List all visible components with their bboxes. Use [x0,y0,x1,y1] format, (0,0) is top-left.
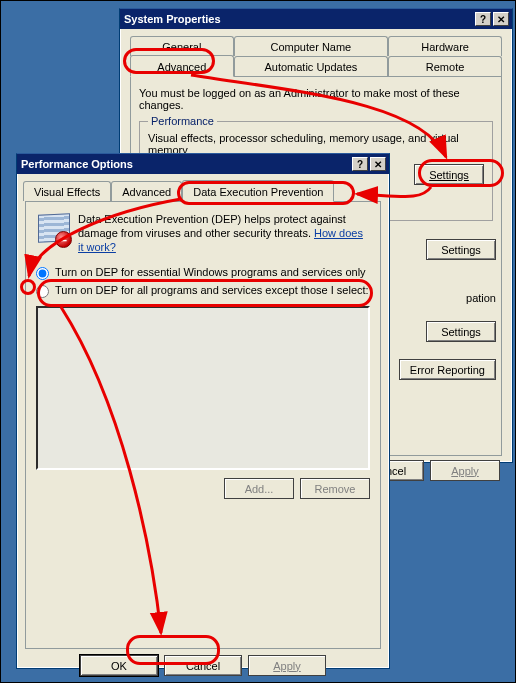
tab-hardware[interactable]: Hardware [388,36,502,56]
dep-chip-icon: – [36,212,72,248]
tab-visual-effects[interactable]: Visual Effects [23,181,111,201]
close-icon[interactable]: ✕ [370,157,386,171]
tab-computer-name[interactable]: Computer Name [234,36,389,56]
help-icon[interactable]: ? [475,12,491,26]
add-button[interactable]: Add... [224,478,294,499]
remove-button[interactable]: Remove [300,478,370,499]
performance-options-titlebar[interactable]: Performance Options ? ✕ [17,154,389,174]
radio-dep-all[interactable]: Turn on DEP for all programs and service… [36,284,370,298]
startup-recovery-fragment: pation [466,292,496,304]
tab-advanced[interactable]: Advanced [130,55,234,77]
tab-remote[interactable]: Remote [388,56,502,76]
admin-note: You must be logged on as an Administrato… [139,87,493,111]
dep-exclusion-list [36,306,370,470]
blocked-badge-icon: – [55,231,72,248]
performance-settings-button[interactable]: Settings [414,164,484,185]
performance-options-title: Performance Options [21,158,133,170]
tab-general[interactable]: General [130,36,234,56]
tab-dep[interactable]: Data Execution Prevention [182,180,334,202]
sysprop-apply-button[interactable]: Apply [430,460,500,481]
startup-recovery-settings-button[interactable]: Settings [426,321,496,342]
system-properties-titlebar[interactable]: System Properties ? ✕ [120,9,512,29]
radio-dep-essential[interactable]: Turn on DEP for essential Windows progra… [36,266,370,280]
perfopt-apply-button[interactable]: Apply [248,655,326,676]
radio-dep-essential-input[interactable] [36,267,49,280]
performance-options-window: Performance Options ? ✕ Visual Effects A… [16,153,390,669]
group-performance-legend: Performance [148,115,217,127]
radio-dep-all-input[interactable] [36,285,49,298]
tab-automatic-updates[interactable]: Automatic Updates [234,56,389,76]
system-properties-title: System Properties [124,13,221,25]
perfopt-ok-button[interactable]: OK [80,655,158,676]
close-icon[interactable]: ✕ [493,12,509,26]
error-reporting-button[interactable]: Error Reporting [399,359,496,380]
help-icon[interactable]: ? [352,157,368,171]
dep-description: Data Execution Prevention (DEP) helps pr… [78,212,370,254]
tab-panel-dep: – Data Execution Prevention (DEP) helps … [25,201,381,649]
perfopt-cancel-button[interactable]: Cancel [164,655,242,676]
user-profiles-settings-button[interactable]: Settings [426,239,496,260]
tab-perf-advanced[interactable]: Advanced [111,181,182,201]
